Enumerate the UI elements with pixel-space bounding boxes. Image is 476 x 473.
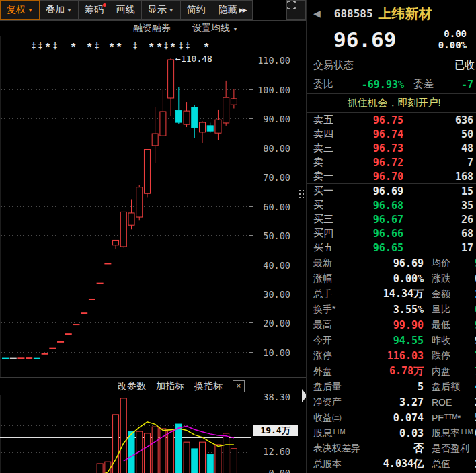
bid-label: 买三 [313,213,346,226]
button-display[interactable]: 显示 ▼ [141,0,181,20]
ask-row-5[interactable]: 卖五 96.75 636 [307,113,476,127]
ask-row-3[interactable]: 卖三 96.73 48 [307,141,476,155]
link-add-indicator[interactable]: 加指标 [156,380,184,392]
ma-settings-dropdown[interactable]: 设置均线 ▼ [192,22,238,34]
ask-row-4[interactable]: 卖四 96.74 50 [307,127,476,141]
svg-text:10.00: 10.00 [263,347,290,358]
button-adjust-mode[interactable]: 复权 ▼ [0,0,40,20]
button-chips[interactable]: 筹码 [78,0,110,20]
button-hide[interactable]: 隐藏 ▶▶ [212,0,253,20]
svg-text:‡: ‡ [133,41,138,50]
stat-row: 换手* 3.55% 量比 0. [307,302,476,317]
stat-value: 3.27 [362,396,424,408]
stat-label: 昨收 [424,335,475,347]
axis-drag-handle-icon[interactable] [299,189,306,200]
bid-volume: 68 [403,228,476,240]
ask-price: 96.74 [346,128,403,140]
stat-row: 总手 14.34万 金额 13.80 [307,286,476,302]
bid-price: 96.68 [346,200,403,212]
bid-row-5[interactable]: 买五 96.65 17 [307,241,476,255]
button-draw-line[interactable]: 画线 [110,0,142,20]
button-label: 复权 [7,4,26,16]
svg-text:60.00: 60.00 [263,202,290,212]
link-switch-indicator[interactable]: 换指标 [194,380,223,392]
kline-chart[interactable]: 110.00100.0090.0080.0070.0060.0050.0040.… [0,0,306,473]
ask-row-2[interactable]: 卖二 96.72 7 [307,155,476,169]
weibi-label: 委比 [313,78,333,91]
ask-volume: 50 [403,128,476,140]
stat-label: 最高 [313,319,362,331]
back-icon[interactable]: ◀ [313,8,321,19]
price-change-pct: 0.00% [438,40,467,50]
svg-text:‡: ‡ [95,41,100,50]
chevron-down-icon: ▼ [28,7,33,13]
svg-text:‡: ‡ [164,41,169,50]
svg-text:*: * [204,41,209,54]
button-label: 显示 [148,4,167,16]
stat-label: 总股本 [313,458,362,470]
stat-label: 收益㈡ [313,412,362,424]
svg-text:*: * [149,41,154,54]
stat-label: 最新 [313,257,362,269]
button-label: 筹码 [85,4,104,16]
trade-status-row: 交易状态 已收 [307,56,476,75]
bid-label: 买二 [313,199,346,212]
bid-volume: 26 [403,214,476,226]
stat-value: 0.074 [362,412,424,424]
stat-value: 99.90 [362,319,424,331]
stat-row: 外盘 6.78万 内盘 7.55 [307,363,476,379]
svg-text:0.00: 0.00 [268,468,290,473]
ask-row-1[interactable]: 卖一 96.70 168 [307,169,476,183]
stat-label: 总手 [313,288,362,300]
bid-price: 96.67 [346,214,403,226]
svg-text:*: * [117,41,122,54]
stat-value: 否 [362,442,424,455]
stat-value: 4.034亿 [362,458,424,470]
ask-price: 96.73 [346,142,403,155]
ask-book: 卖五 96.75 636 卖四 96.74 50 卖三 96.73 48 卖二 … [307,113,476,184]
double-arrow-right-icon: ▶▶ [239,7,246,13]
ask-volume: 7 [403,157,476,169]
button-simple-mode[interactable]: 简约 [180,0,212,20]
expand-icon[interactable] [286,0,306,20]
bid-label: 买四 [313,227,346,240]
margin-trading-tag[interactable]: 融资融券 [133,22,171,34]
button-label: 隐藏 [219,4,237,16]
bid-row-2[interactable]: 买二 96.68 35 [307,198,476,212]
bid-row-4[interactable]: 买四 96.66 68 [307,226,476,241]
pane-splitter[interactable] [0,376,306,378]
svg-text:50.00: 50.00 [263,230,290,241]
svg-text:←110.48: ←110.48 [175,54,212,64]
close-icon[interactable]: × [233,380,245,392]
stat-label: 盘后额 [424,381,475,393]
svg-text:20.00: 20.00 [263,318,290,329]
trade-status-label: 交易状态 [313,59,354,72]
stat-label: 今开 [313,335,362,347]
svg-text:*: * [171,41,175,54]
stat-value: 3.55% [362,304,424,316]
svg-text:40.00: 40.00 [263,260,290,271]
svg-text:12.60: 12.60 [263,446,290,457]
bid-price: 96.65 [346,242,403,254]
link-edit-params[interactable]: 改参数 [118,380,146,392]
stat-label: 涨停 [313,350,362,362]
bid-volume: 17 [403,242,476,254]
last-price: 96.69 [333,28,396,52]
bid-volume: 35 [403,200,476,212]
bid-book: 买一 96.69 15 买二 96.68 35 买三 96.67 26 买四 9… [307,184,476,255]
stat-label: 净资产 [313,396,362,408]
price-change: 0.00 [444,28,467,39]
stat-label: 涨幅 [313,273,362,285]
svg-text:110.00: 110.00 [257,55,290,66]
bid-row-1[interactable]: 买一 96.69 15 [307,184,476,198]
weibi-row: 委比 -69.93% 委差 -7 [307,75,476,94]
stat-row: 涨停 116.03 跌停 77. [307,348,476,363]
ask-label: 卖一 [313,170,346,183]
button-overlay[interactable]: 叠加 ▼ [39,0,79,20]
stock-app-window: 110.00100.0090.0080.0070.0060.0050.0040.… [0,0,476,473]
stat-label: 换手* [313,304,362,316]
stock-code: 688585 [334,7,373,20]
bid-row-3[interactable]: 买三 96.67 26 [307,212,476,226]
indicator-toolbar: 改参数 加指标 换指标 × [0,379,249,394]
open-account-ad-link[interactable]: 抓住机会，即刻开户! [347,97,440,110]
